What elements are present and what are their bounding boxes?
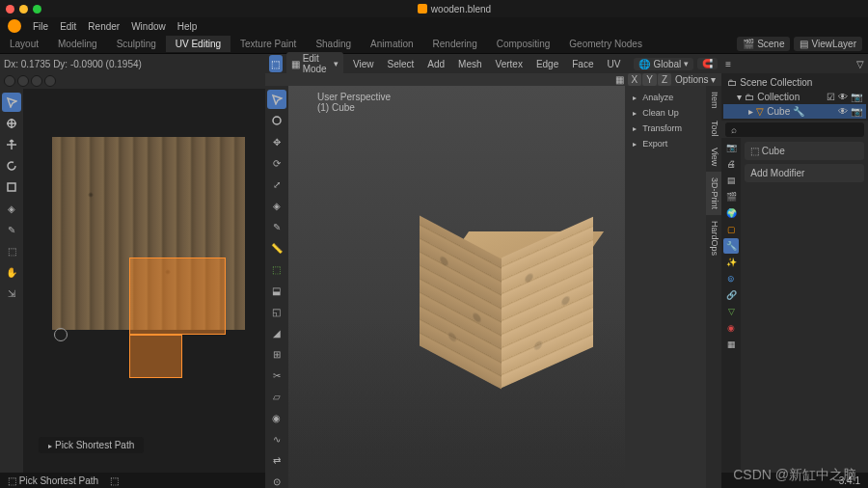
shading-ball[interactable] — [31, 75, 42, 87]
tab-modeling[interactable]: Modeling — [48, 36, 107, 52]
object-tab-icon[interactable]: ▢ — [723, 222, 739, 237]
menu-render[interactable]: Render — [82, 19, 125, 34]
n-section-transform[interactable]: Transform — [629, 121, 702, 136]
vp-menu-face[interactable]: Face — [566, 57, 599, 71]
options-dropdown[interactable]: Options ▾ — [675, 74, 716, 85]
pinch-tool[interactable]: ⇲ — [2, 284, 21, 303]
texture-tab-icon[interactable]: ▦ — [723, 337, 739, 352]
edge-slide-tool[interactable]: ⇄ — [267, 450, 286, 470]
menu-help[interactable]: Help — [172, 19, 203, 34]
inset-tool[interactable]: ◱ — [267, 302, 286, 321]
menu-edit[interactable]: Edit — [54, 19, 82, 34]
viewlayer-selector[interactable]: ▤ ViewLayer — [794, 37, 862, 51]
cursor-tool[interactable] — [2, 114, 21, 133]
select-box-tool[interactable] — [267, 90, 286, 109]
tab-shading[interactable]: Shading — [306, 36, 361, 52]
outliner-row[interactable]: ▸▽ Cube 🔧 👁 📷 — [723, 104, 866, 119]
extrude-tool[interactable]: ⬓ — [267, 281, 286, 300]
n-tab-3d-print[interactable]: 3D-Print — [706, 172, 721, 215]
mirror-y[interactable]: Y — [642, 73, 657, 86]
scale-tool[interactable] — [2, 177, 21, 197]
loop-cut-tool[interactable]: ⊞ — [267, 344, 286, 364]
vp-menu-edge[interactable]: Edge — [530, 57, 564, 71]
add-cube-tool[interactable]: ⬚ — [267, 259, 286, 279]
scale-tool[interactable]: ⤢ — [267, 175, 286, 194]
n-tab-hardops[interactable]: HardOps — [706, 215, 721, 261]
rotate-tool[interactable]: ⟳ — [267, 153, 286, 173]
world-tab-icon[interactable]: 🌍 — [723, 205, 739, 221]
constraints-tab-icon[interactable]: 🔗 — [723, 287, 739, 303]
render-tab-icon[interactable]: 📷 — [723, 140, 739, 155]
grab-tool[interactable]: ✋ — [2, 262, 21, 282]
n-section-export[interactable]: Export — [629, 136, 702, 151]
orientation-selector[interactable]: 🌐 Global ▾ — [634, 58, 693, 70]
outliner-tree[interactable]: 🗀 Scene Collection ▾🗀 Collection ☑ 👁 📷 ▸… — [721, 73, 868, 121]
outliner-row[interactable]: ▾🗀 Collection ☑ 👁 📷 — [723, 90, 866, 104]
rip-tool[interactable]: ⬚ — [2, 241, 21, 260]
vp-menu-uv[interactable]: UV — [601, 57, 626, 71]
uv-canvas[interactable] — [23, 89, 265, 473]
tab-uv-editing[interactable]: UV Editing — [166, 36, 231, 52]
menu-file[interactable]: File — [27, 19, 54, 34]
shading-ball[interactable] — [4, 75, 15, 87]
move-tool[interactable]: ✥ — [267, 132, 286, 151]
select-tool[interactable] — [2, 93, 21, 112]
spin-tool[interactable]: ◉ — [267, 408, 286, 427]
tab-layout[interactable]: Layout — [0, 36, 48, 52]
uv-selection[interactable] — [129, 335, 182, 378]
close-traffic[interactable] — [6, 5, 14, 14]
smooth-tool[interactable]: ∿ — [267, 429, 286, 448]
uv-selection[interactable] — [129, 258, 226, 335]
particles-tab-icon[interactable]: ✨ — [723, 255, 739, 270]
n-section-clean-up[interactable]: Clean Up — [629, 105, 702, 121]
move-tool[interactable] — [2, 135, 21, 154]
modifier-tab-icon[interactable]: 🔧 — [723, 238, 739, 254]
vp-menu-view[interactable]: View — [347, 57, 380, 71]
annotate-tool[interactable]: ✎ — [267, 217, 286, 236]
snap-toggle[interactable]: 🧲 — [697, 58, 718, 69]
cursor-tool[interactable] — [267, 111, 286, 130]
tab-sculpting[interactable]: Sculpting — [107, 36, 166, 52]
minimize-traffic[interactable] — [19, 5, 28, 14]
shading-ball[interactable] — [17, 75, 29, 87]
tab-animation[interactable]: Animation — [361, 36, 422, 52]
tab-texture-paint[interactable]: Texture Paint — [231, 36, 306, 52]
mirror-x[interactable]: X — [628, 73, 642, 86]
scene-selector[interactable]: 🎬 Scene — [737, 37, 790, 51]
zoom-traffic[interactable] — [33, 5, 41, 14]
transform-tool[interactable]: ◈ — [2, 199, 21, 218]
filter-icon[interactable]: ▽ — [856, 59, 864, 69]
tab-geometry-nodes[interactable]: Geometry Nodes — [559, 36, 652, 52]
material-tab-icon[interactable]: ◉ — [723, 320, 739, 336]
add-modifier-button[interactable]: Add Modifier — [745, 164, 864, 182]
mesh-tab-icon[interactable]: ▽ — [723, 304, 739, 319]
viewport-canvas[interactable]: User Perspective (1) Cube Z Y X 🔍 ✋ 📷 ▦ — [288, 86, 721, 488]
annotate-tool[interactable]: ✎ — [2, 220, 21, 239]
menu-window[interactable]: Window — [125, 19, 172, 34]
uv-2d-cursor-icon[interactable] — [54, 328, 68, 341]
props-search[interactable]: ⌕ — [725, 122, 864, 137]
mode-selector[interactable]: ▦ Edit Mode ▾ — [286, 52, 343, 75]
tab-compositing[interactable]: Compositing — [487, 36, 560, 52]
vp-menu-add[interactable]: Add — [421, 57, 450, 71]
n-tab-tool[interactable]: Tool — [706, 115, 721, 143]
vp-menu-mesh[interactable]: Mesh — [452, 57, 487, 71]
mirror-z[interactable]: Z — [658, 73, 671, 86]
cube-object[interactable] — [427, 205, 601, 379]
bevel-tool[interactable]: ◢ — [267, 323, 286, 342]
physics-tab-icon[interactable]: ⊚ — [723, 271, 739, 286]
outliner-row[interactable]: 🗀 Scene Collection — [723, 75, 866, 90]
n-tab-view[interactable]: View — [706, 142, 721, 172]
n-tab-item[interactable]: Item — [706, 86, 721, 115]
poly-build-tool[interactable]: ▱ — [267, 387, 286, 406]
scene-tab-icon[interactable]: 🎬 — [723, 189, 739, 204]
shrink-tool[interactable]: ⊙ — [267, 472, 286, 488]
transform-tool[interactable]: ◈ — [267, 196, 286, 215]
vp-menu-select[interactable]: Select — [381, 57, 420, 71]
tab-rendering[interactable]: Rendering — [423, 36, 487, 52]
blender-logo-icon[interactable] — [8, 19, 21, 33]
mesh-select-icon[interactable]: ▦ — [615, 74, 624, 85]
knife-tool[interactable]: ✂ — [267, 366, 286, 385]
viewlayer-tab-icon[interactable]: ▤ — [723, 173, 739, 188]
editor-type-icon[interactable]: ⬚ — [269, 55, 283, 72]
